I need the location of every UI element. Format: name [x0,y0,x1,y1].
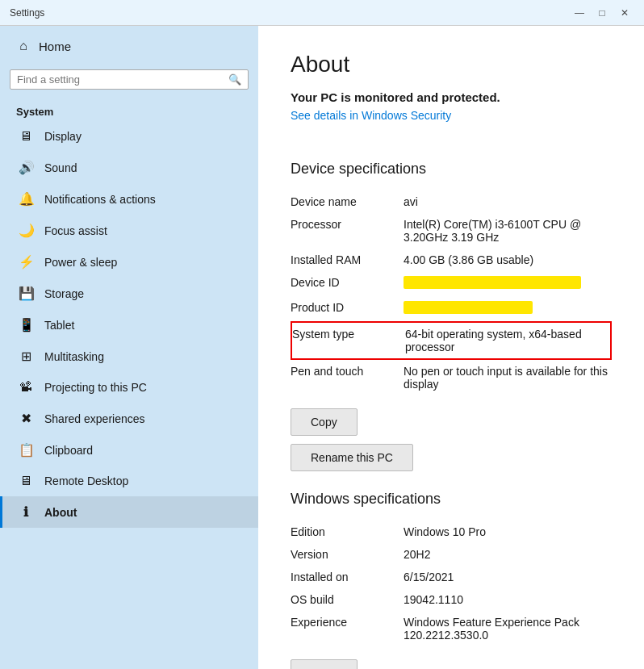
win-spec-value: 19042.1110 [404,593,612,606]
shared-experiences-icon: ✖ [19,411,33,426]
spec-label: Processor [291,218,404,244]
close-button[interactable]: ✕ [615,5,634,21]
spec-row: System type 64-bit operating system, x64… [291,321,612,360]
spec-row: Product ID [291,296,612,321]
spec-value-cell: 4.00 GB (3.86 GB usable) [404,253,612,266]
maximize-button[interactable]: □ [592,5,612,21]
storage-icon: 💾 [19,286,33,301]
spec-row: Pen and touch No pen or touch input is a… [291,360,612,395]
win-spec-value: Windows Feature Experience Pack 120.2212… [404,616,612,642]
sound-icon: 🔊 [19,160,33,175]
power-sleep-icon: ⚡ [19,254,33,270]
spec-value: 64-bit operating system, x64-based proce… [405,328,582,353]
minimize-button[interactable]: — [570,5,589,21]
sidebar-item-label: Clipboard [44,444,93,457]
clipboard-icon: 📋 [19,442,33,458]
sidebar-item-label: Display [44,130,82,143]
sidebar-item-multitasking[interactable]: ⊞ Multitasking [0,341,258,372]
win-spec-row: OS build 19042.1110 [291,588,612,611]
device-specs-buttons: Copy Rename this PC [291,408,612,471]
display-icon: 🖥 [19,129,33,144]
win-spec-row: Experience Windows Feature Experience Pa… [291,611,612,646]
rename-button[interactable]: Rename this PC [291,444,413,471]
sidebar-item-tablet[interactable]: 📱 Tablet [0,309,258,341]
sidebar-item-clipboard[interactable]: 📋 Clipboard [0,434,258,466]
focus-assist-icon: 🌙 [19,223,33,238]
sidebar-search-box[interactable]: 🔍 [10,69,249,90]
sidebar-item-label: Tablet [44,319,74,332]
spec-label: Device name [291,195,404,208]
spec-row: Processor Intel(R) Core(TM) i3-6100T CPU… [291,213,612,249]
multitasking-icon: ⊞ [19,349,33,364]
win-spec-label: Experience [291,616,404,642]
spec-label: Product ID [291,301,404,316]
protection-status: Your PC is monitored and protected. [291,90,612,104]
spec-label: System type [292,328,405,353]
win-spec-value: 20H2 [404,548,612,561]
home-icon: ⌂ [16,39,31,53]
sidebar-item-shared-experiences[interactable]: ✖ Shared experiences [0,403,258,434]
sidebar-item-label: Power & sleep [44,256,117,269]
device-specs-table: Device name avi Processor Intel(R) Core(… [291,190,612,395]
notifications-icon: 🔔 [19,191,33,207]
sidebar-home-label: Home [39,40,71,53]
sidebar-item-about[interactable]: ℹ About [0,496,258,528]
sidebar-item-label: Projecting to this PC [44,381,147,394]
spec-label: Device ID [291,276,404,291]
spec-value: avi [404,195,418,208]
remote-desktop-icon: 🖥 [19,474,33,488]
sidebar-item-label: Remote Desktop [44,475,128,487]
sidebar-item-power-sleep[interactable]: ⚡ Power & sleep [0,246,258,278]
spec-label: Installed RAM [291,253,404,266]
spec-value-cell: Intel(R) Core(TM) i3-6100T CPU @ 3.20GHz… [404,218,612,244]
spec-value: No pen or touch input is available for t… [404,365,608,391]
sidebar-item-display[interactable]: 🖥 Display [0,121,258,152]
device-specs-title: Device specifications [291,161,612,178]
spec-value-cell [404,276,612,291]
spec-row: Device name avi [291,190,612,213]
sidebar-item-notifications[interactable]: 🔔 Notifications & actions [0,183,258,215]
redacted-value [404,301,533,314]
page-title: About [291,52,612,77]
search-input[interactable] [17,73,228,86]
spec-row: Device ID [291,271,612,296]
copy-button-2[interactable]: Copy [291,659,358,669]
sidebar-item-focus-assist[interactable]: 🌙 Focus assist [0,215,258,246]
sidebar-item-sound[interactable]: 🔊 Sound [0,152,258,183]
spec-value-cell: 64-bit operating system, x64-based proce… [405,328,610,353]
spec-value-cell [404,301,612,316]
search-icon: 🔍 [228,73,241,86]
sidebar-item-label: Multitasking [44,350,104,363]
win-spec-row: Version 20H2 [291,543,612,566]
copy-button[interactable]: Copy [291,408,358,436]
win-spec-label: Installed on [291,571,404,583]
spec-value-cell: avi [404,195,612,208]
window-controls: — □ ✕ [570,5,634,21]
spec-value-cell: No pen or touch input is available for t… [404,365,612,391]
windows-security-link[interactable]: See details in Windows Security [291,109,451,122]
win-spec-value: Windows 10 Pro [404,525,612,538]
tablet-icon: 📱 [19,317,33,332]
spec-label: Pen and touch [291,365,404,391]
sidebar-item-storage[interactable]: 💾 Storage [0,278,258,309]
title-bar: Settings — □ ✕ [0,0,644,26]
window-title: Settings [10,7,44,19]
win-spec-row: Installed on 6/15/2021 [291,566,612,588]
spec-row: Installed RAM 4.00 GB (3.86 GB usable) [291,249,612,271]
sidebar-item-remote-desktop[interactable]: 🖥 Remote Desktop [0,466,258,496]
projecting-icon: 📽 [19,380,33,395]
sidebar-item-label: Focus assist [44,224,107,237]
sidebar-section-label: System [0,99,258,121]
win-spec-label: Edition [291,525,404,538]
sidebar-item-projecting[interactable]: 📽 Projecting to this PC [0,372,258,403]
sidebar-item-label: Storage [44,287,84,300]
win-spec-label: Version [291,548,404,561]
win-spec-label: OS build [291,593,404,606]
sidebar-item-label: Shared experiences [44,412,145,425]
sidebar-item-label: About [44,506,77,519]
spec-value: Intel(R) Core(TM) i3-6100T CPU @ 3.20GHz… [404,218,581,244]
sidebar-item-home[interactable]: ⌂ Home [0,26,258,66]
windows-specs-table: Edition Windows 10 Pro Version 20H2 Inst… [291,521,612,646]
redacted-value [404,276,581,289]
spec-value: 4.00 GB (3.86 GB usable) [404,253,533,266]
